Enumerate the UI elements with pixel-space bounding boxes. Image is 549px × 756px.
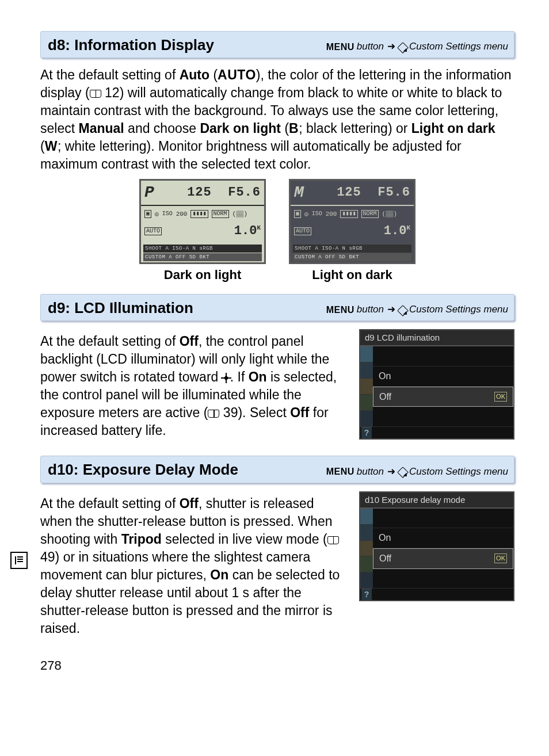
pencil-icon	[397, 305, 409, 316]
d10-menu-screenshot: d10 Exposure delay mode On Off OK ?	[359, 491, 514, 602]
d9-split: At the default setting of Off, the contr…	[40, 329, 514, 445]
dot-icon: ◎	[304, 210, 308, 219]
menu-button-text: button	[357, 303, 384, 316]
lcd-shutter: 125	[337, 185, 361, 200]
menu-breadcrumb: MENU button ➜ Custom Settings menu	[326, 40, 508, 54]
light-on-dark-label: Light on dark	[411, 121, 495, 136]
menu-row-on: On	[373, 528, 513, 548]
side-margin-menu-icon	[10, 552, 28, 569]
ok-badge: OK	[494, 392, 507, 402]
ok-badge: OK	[494, 553, 507, 563]
lcd-bar-b: CUSTOM A OFF SD BKT	[143, 253, 262, 261]
lcd-bar-a: SHOOT A ISO-A N sRGB	[143, 245, 262, 253]
lcd-bar-a: SHOOT A ISO-A N sRGB	[293, 245, 411, 253]
b-mono: B	[289, 121, 299, 136]
menu-breadcrumb: MENU button ➜ Custom Settings menu	[326, 303, 508, 316]
lcd-block-dark: M 125 F5.6 ▣ ◎ ISO 200 ▮▮▮▮ NORM (▒▒) AU…	[289, 179, 415, 284]
d10-split: At the default setting of Off, shutter i…	[40, 491, 514, 643]
text: ; black lettering) or	[299, 121, 411, 136]
off-label: Off	[180, 496, 199, 511]
menu-row-blank	[373, 569, 513, 589]
arrow-right-icon: ➜	[387, 303, 395, 316]
bracket-icon: (▒▒)	[382, 210, 397, 219]
auto-mono: AUTO	[218, 67, 256, 82]
arrow-right-icon: ➜	[387, 40, 395, 54]
section-title: d9: LCD Illumination	[48, 298, 193, 318]
text: and choose	[124, 121, 200, 136]
d8-body: At the default setting of Auto (AUTO), t…	[40, 66, 514, 173]
menu-path: Custom Settings menu	[409, 303, 508, 316]
menu-tabs	[360, 509, 373, 589]
manual-label: Manual	[78, 121, 124, 136]
text: . If	[230, 369, 249, 384]
text: ; white lettering). Monitor brightness w…	[40, 139, 462, 171]
menu-breadcrumb: MENU button ➜ Custom Settings menu	[326, 465, 508, 479]
pencil-icon	[397, 467, 409, 478]
lcd-iso: 200	[326, 210, 337, 219]
help-icon: ?	[361, 589, 372, 600]
lcd-aperture: F5.6	[378, 185, 410, 200]
page-ref: 49	[40, 549, 55, 564]
section-title: d10: Exposure Delay Mode	[48, 460, 238, 480]
arrow-right-icon: ➜	[387, 465, 395, 479]
lcd-chip: ▣	[144, 210, 151, 218]
menu-item-label: On	[379, 370, 391, 383]
menu-path: Custom Settings menu	[409, 465, 508, 479]
menu-row-off-selected: Off OK	[373, 548, 513, 569]
lcd-chip: NORM	[212, 210, 229, 218]
menu-title: d10 Exposure delay mode	[360, 492, 513, 509]
text: At the default setting of	[40, 496, 180, 511]
menu-row-on: On	[373, 366, 513, 387]
pencil-icon	[397, 42, 409, 54]
page-ref-icon	[90, 90, 101, 98]
menu-item-label: Off	[379, 391, 391, 403]
page-ref-icon	[327, 536, 339, 544]
lcd-iso: 200	[176, 210, 188, 219]
text: At the default setting of	[40, 67, 180, 82]
lcd-chip: ▣	[294, 210, 301, 218]
d9-menu-screenshot: d9 LCD illumination On Off OK ?	[359, 329, 514, 440]
menu-label: MENU	[326, 465, 354, 478]
lcd-mode: M	[294, 182, 304, 204]
lcd-comp: 1.0	[234, 224, 257, 238]
lcd-chip: NORM	[361, 210, 379, 218]
menu-label: MENU	[326, 41, 354, 54]
battery-icon: ▮▮▮▮	[190, 210, 208, 218]
off-label: Off	[180, 334, 199, 349]
page-number: 278	[40, 657, 514, 674]
menu-row-off-selected: Off OK	[373, 387, 513, 407]
lcd-caption: Light on dark	[289, 266, 415, 284]
menu-title: d9 LCD illumination	[360, 330, 513, 346]
page-ref: 12	[105, 85, 120, 100]
menu-button-text: button	[357, 465, 384, 479]
battery-icon: ▮▮▮▮	[340, 210, 357, 218]
text: selected in live view mode (	[162, 532, 327, 547]
iso-label: ISO	[162, 210, 173, 218]
lcd-preview-light-on-dark: M 125 F5.6 ▣ ◎ ISO 200 ▮▮▮▮ NORM (▒▒) AU…	[289, 179, 415, 264]
page-ref-icon	[208, 410, 219, 418]
lcd-aperture: F5.6	[228, 185, 261, 200]
section-header-d9: d9: LCD Illumination MENU button ➜ Custo…	[40, 294, 514, 321]
lcd-caption: Dark on light	[139, 266, 266, 284]
help-icon: ?	[361, 427, 372, 438]
lcd-preview-row: P 125 F5.6 ▣ ◎ ISO 200 ▮▮▮▮ NORM (▒▒) AU…	[40, 179, 514, 284]
menu-path: Custom Settings menu	[409, 40, 508, 54]
tripod-label: Tripod	[121, 532, 162, 547]
lcd-preview-dark-on-light: P 125 F5.6 ▣ ◎ ISO 200 ▮▮▮▮ NORM (▒▒) AU…	[139, 179, 266, 264]
lcd-mode: P	[144, 182, 154, 204]
on-label: On	[210, 567, 228, 582]
menu-button-text: button	[357, 40, 384, 54]
w-mono: W	[45, 139, 58, 154]
d10-body-part1: At the default setting of Off, shutter i…	[40, 495, 349, 637]
dot-icon: ◎	[155, 210, 159, 219]
text: ). Select	[238, 405, 290, 420]
menu-row-blank	[373, 407, 513, 427]
section-header-d10: d10: Exposure Delay Mode MENU button ➜ C…	[40, 456, 514, 483]
menu-item-label: Off	[379, 552, 391, 565]
d9-body: At the default setting of Off, the contr…	[40, 333, 349, 440]
lcd-wb: AUTO	[144, 227, 162, 235]
menu-row-blank	[373, 509, 513, 529]
bracket-icon: (▒▒)	[232, 210, 247, 219]
page-ref: 39	[223, 405, 238, 420]
on-label: On	[249, 369, 267, 384]
